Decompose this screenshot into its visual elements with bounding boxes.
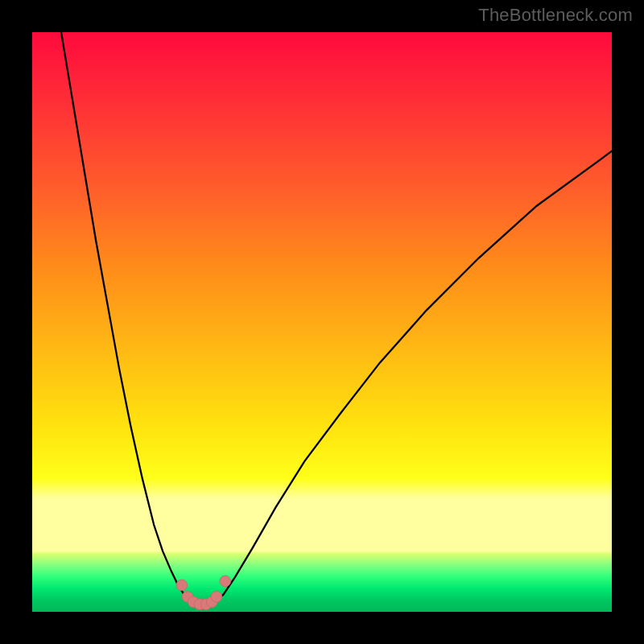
plot-area <box>32 32 612 612</box>
watermark-text: TheBottleneck.com <box>478 5 633 26</box>
minimum-dot-cluster <box>32 32 612 612</box>
outer-black-frame: TheBottleneck.com <box>0 0 644 644</box>
cluster-dot <box>176 580 188 591</box>
cluster-dot <box>211 591 222 602</box>
cluster-dot <box>220 576 231 587</box>
